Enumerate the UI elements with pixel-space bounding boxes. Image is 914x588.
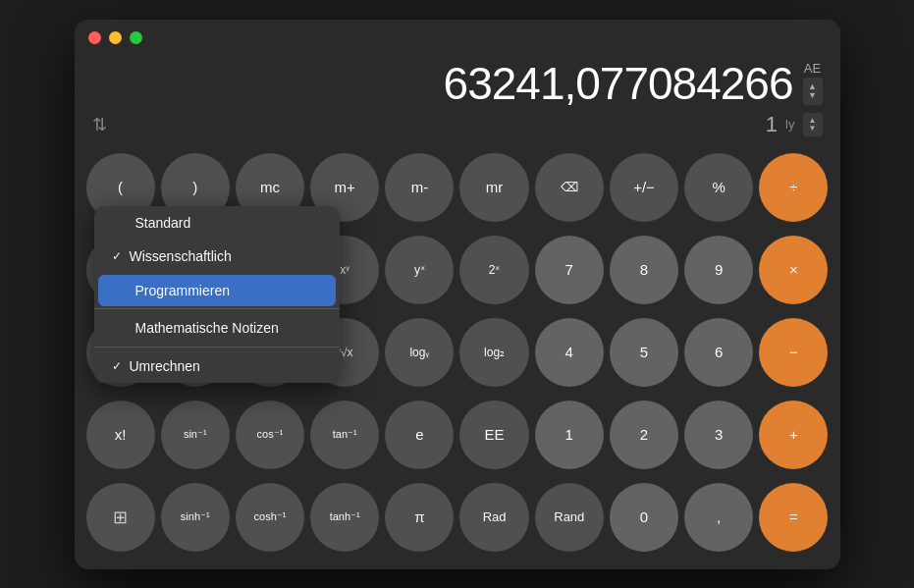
btn-3[interactable]: 3 [684, 401, 753, 469]
btn-7[interactable]: 7 [535, 236, 604, 304]
btn-mminus[interactable]: m- [385, 153, 454, 222]
maximize-button[interactable] [130, 31, 142, 44]
btn-sign[interactable]: +/− [610, 153, 678, 222]
btn-log2[interactable]: log₂ [459, 318, 528, 387]
dropdown-item-wissenschaftlich[interactable]: ✓ Wissenschaftlich [94, 240, 340, 273]
btn-logy[interactable]: logᵧ [385, 318, 454, 387]
main-unit-stepper[interactable]: ▲ ▼ [803, 78, 823, 105]
btn-1[interactable]: 1 [535, 401, 604, 469]
sort-icon[interactable]: ⇅ [92, 114, 107, 135]
secondary-unit-label: ly [785, 117, 794, 132]
display-area: 63241,077084266 AE ▲ ▼ ⇅ 1 ly ▲ ▼ [75, 57, 840, 147]
title-bar [75, 20, 840, 57]
secondary-display-value: 1 [766, 112, 778, 137]
close-button[interactable] [88, 31, 101, 44]
dropdown-item-standard[interactable]: Standard [94, 206, 340, 240]
btn-0[interactable]: 0 [610, 483, 678, 552]
btn-mr[interactable]: mr [459, 153, 528, 222]
btn-4[interactable]: 4 [535, 318, 604, 387]
traffic-lights [88, 31, 142, 44]
btn-asin[interactable]: sin⁻¹ [161, 401, 230, 469]
btn-atan[interactable]: tan⁻¹ [310, 401, 379, 469]
btn-backspace[interactable]: ⌫ [535, 153, 604, 222]
check-icon: ✓ [112, 249, 122, 263]
main-unit-selector[interactable]: AE ▲ ▼ [803, 61, 823, 105]
btn-5[interactable]: 5 [610, 318, 678, 387]
calculator-window: 63241,077084266 AE ▲ ▼ ⇅ 1 ly ▲ ▼ [75, 20, 840, 569]
btn-yx[interactable]: yˣ [385, 236, 454, 304]
btn-decimal[interactable]: , [684, 483, 753, 552]
btn-e[interactable]: e [385, 401, 454, 469]
main-display-value: 63241,077084266 [444, 57, 793, 110]
btn-pi[interactable]: π [385, 483, 454, 552]
btn-rand[interactable]: Rand [535, 483, 604, 552]
btn-calculator-icon[interactable]: ⊞ [86, 483, 155, 552]
btn-atanh[interactable]: tanh⁻¹ [310, 483, 379, 552]
secondary-display: 1 ly ▲ ▼ [766, 112, 823, 137]
secondary-display-row: ⇅ 1 ly ▲ ▼ [92, 110, 823, 141]
btn-add[interactable]: + [759, 401, 828, 469]
main-unit-label: AE [804, 61, 821, 76]
btn-percent[interactable]: % [684, 153, 753, 222]
dropdown-menu: Standard ✓ Wissenschaftlich Programmiere… [94, 206, 340, 383]
btn-asinh[interactable]: sinh⁻¹ [161, 483, 230, 552]
check-icon-2: ✓ [112, 359, 122, 373]
btn-9[interactable]: 9 [684, 236, 753, 304]
main-display-row: 63241,077084266 AE ▲ ▼ [92, 57, 823, 110]
dropdown-divider-2 [94, 347, 340, 347]
btn-multiply[interactable]: × [759, 236, 828, 304]
btn-6[interactable]: 6 [684, 318, 753, 387]
dropdown-divider-1 [94, 308, 340, 309]
btn-subtract[interactable]: − [759, 318, 828, 387]
btn-factorial[interactable]: x! [86, 401, 155, 469]
minimize-button[interactable] [109, 31, 122, 44]
btn-acos[interactable]: cos⁻¹ [236, 401, 304, 469]
secondary-unit-stepper[interactable]: ▲ ▼ [803, 113, 823, 136]
btn-2[interactable]: 2 [610, 401, 678, 469]
dropdown-item-umrechnen[interactable]: ✓ Umrechnen [94, 349, 340, 383]
btn-8[interactable]: 8 [610, 236, 678, 304]
btn-ee[interactable]: EE [459, 401, 528, 469]
btn-rad[interactable]: Rad [459, 483, 528, 552]
btn-acosh[interactable]: cosh⁻¹ [236, 483, 304, 552]
btn-equals[interactable]: = [759, 483, 828, 552]
btn-2x[interactable]: 2ˣ [459, 236, 528, 304]
dropdown-item-programmieren[interactable]: Programmieren [98, 275, 336, 306]
dropdown-item-mathematische[interactable]: Mathematische Notizen [94, 311, 340, 345]
btn-divide[interactable]: ÷ [759, 153, 828, 222]
